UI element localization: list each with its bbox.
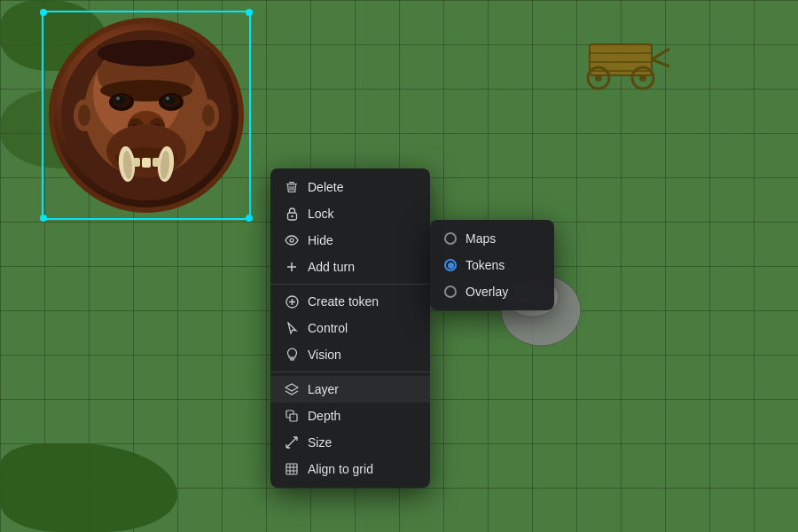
menu-item-align-to-grid[interactable]: Align to grid [270, 456, 430, 482]
svg-point-6 [632, 67, 653, 89]
menu-label-delete: Delete [308, 180, 416, 194]
menu-item-control[interactable]: Control [270, 315, 430, 341]
svg-point-51 [291, 215, 293, 216]
svg-point-25 [166, 97, 169, 100]
menu-item-lock[interactable]: Lock [270, 200, 430, 227]
svg-rect-62 [286, 464, 297, 474]
context-menu: Delete Lock Hide Add tu [270, 168, 430, 488]
plus-icon [285, 260, 299, 274]
svg-rect-45 [286, 184, 297, 184]
submenu-item-maps[interactable]: Maps [430, 225, 554, 252]
submenu-label-tokens: Tokens [466, 258, 505, 272]
menu-label-depth: Depth [308, 409, 416, 423]
svg-rect-37 [133, 158, 140, 167]
token-image[interactable] [49, 18, 244, 213]
svg-point-43 [78, 105, 90, 126]
token-container[interactable] [49, 18, 244, 213]
menu-item-layer[interactable]: Layer [270, 376, 430, 403]
resize-icon [285, 435, 299, 450]
radio-tokens[interactable] [444, 259, 457, 271]
menu-label-vision: Vision [308, 348, 416, 362]
menu-label-layer: Layer [308, 382, 416, 396]
svg-point-24 [164, 96, 175, 105]
radio-inner-tokens [448, 262, 454, 269]
depth-icon [285, 409, 299, 423]
menu-label-control: Control [308, 321, 416, 335]
menu-item-size[interactable]: Size [270, 429, 430, 456]
svg-point-21 [116, 97, 120, 100]
cursor-icon [285, 321, 299, 335]
svg-rect-38 [142, 158, 151, 168]
eye-icon [285, 233, 299, 247]
menu-label-size: Size [308, 435, 416, 450]
svg-line-8 [652, 49, 669, 59]
svg-rect-46 [289, 182, 294, 183]
trash-icon [285, 180, 299, 194]
lock-icon [285, 207, 299, 221]
menu-label-create-token: Create token [308, 294, 416, 309]
submenu-label-overlay: Overlay [466, 285, 508, 299]
menu-item-vision[interactable]: Vision [270, 341, 430, 368]
submenu-label-maps: Maps [466, 231, 496, 246]
svg-point-44 [202, 105, 215, 126]
submenu-item-overlay[interactable]: Overlay [430, 278, 554, 305]
menu-label-add-turn: Add turn [308, 260, 416, 274]
svg-rect-58 [289, 358, 294, 359]
lightbulb-icon [285, 348, 299, 362]
svg-point-4 [588, 67, 609, 89]
svg-rect-0 [590, 44, 652, 75]
separator-2 [270, 372, 430, 372]
menu-item-depth[interactable]: Depth [270, 403, 430, 429]
radio-inner-maps [448, 236, 454, 242]
svg-line-9 [652, 59, 669, 66]
menu-label-align-to-grid: Align to grid [308, 462, 416, 476]
foliage-patch [0, 443, 177, 532]
layers-icon [285, 382, 299, 396]
svg-point-7 [639, 74, 646, 82]
menu-label-hide: Hide [308, 233, 416, 247]
svg-point-40 [98, 40, 195, 66]
svg-rect-59 [290, 359, 294, 360]
separator-1 [270, 284, 430, 285]
svg-rect-61 [290, 414, 297, 421]
layer-submenu: Maps Tokens Overlay [430, 220, 554, 310]
svg-rect-39 [153, 158, 160, 167]
menu-label-lock: Lock [308, 207, 416, 221]
menu-item-create-token[interactable]: Create token [270, 288, 430, 315]
svg-point-20 [114, 96, 125, 105]
cart-decoration [576, 27, 674, 98]
circle-plus-icon [285, 294, 299, 309]
radio-overlay[interactable] [444, 286, 457, 298]
menu-item-hide[interactable]: Hide [270, 227, 430, 254]
grid-icon [285, 462, 299, 476]
svg-point-52 [290, 239, 293, 242]
radio-maps[interactable] [444, 232, 457, 245]
svg-point-5 [595, 74, 602, 82]
menu-item-delete[interactable]: Delete [270, 174, 430, 200]
radio-inner-overlay [448, 289, 454, 295]
submenu-item-tokens[interactable]: Tokens [430, 252, 554, 278]
menu-item-add-turn[interactable]: Add turn [270, 254, 430, 280]
